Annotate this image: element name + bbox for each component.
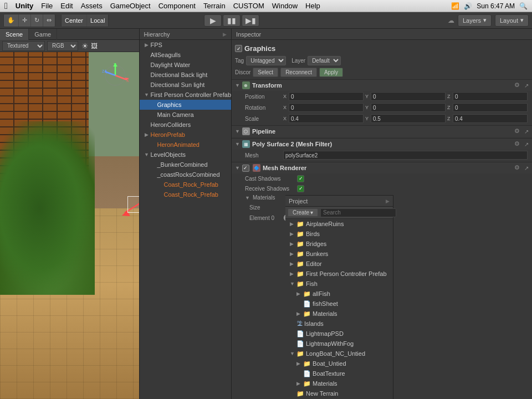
- cast-shadows-checkbox[interactable]: ✓: [297, 175, 304, 182]
- reconnect-button[interactable]: Reconnect: [280, 68, 317, 77]
- mesh-renderer-checkbox[interactable]: ✓: [242, 165, 249, 172]
- transform-header[interactable]: ▼ ⊕ Transform ⚙ ↗: [232, 80, 532, 91]
- pipeline-header[interactable]: ▼ ⬡ Pipeline ⚙ ↗: [232, 126, 532, 137]
- object-active-checkbox[interactable]: ✓: [235, 45, 242, 52]
- select-button[interactable]: Select: [253, 68, 278, 77]
- project-item-4[interactable]: ▶📁Editor: [285, 259, 393, 269]
- scale-x-input[interactable]: [289, 114, 364, 123]
- menu-terrain[interactable]: Terrain: [203, 2, 226, 10]
- search-icon[interactable]: 🔍: [519, 2, 528, 10]
- tag-layer-row: Tag Untagged Layer Default: [232, 55, 532, 66]
- hierarchy-item-6[interactable]: Graphics: [140, 100, 232, 110]
- hierarchy-item-11[interactable]: ▼LevelObjects: [140, 150, 232, 160]
- mesh-filter-gear-icon[interactable]: ⚙: [514, 140, 522, 148]
- project-search-input[interactable]: [320, 208, 396, 217]
- hierarchy-item-4[interactable]: Directional Sun light: [140, 80, 232, 90]
- play-button[interactable]: ▶: [204, 14, 222, 27]
- hand-tool[interactable]: ✋: [4, 14, 19, 27]
- rot-y-input[interactable]: [371, 103, 446, 112]
- menu-help[interactable]: Help: [305, 2, 320, 10]
- scene-view[interactable]: X Y Z: [0, 52, 139, 399]
- mesh-renderer-gear-icon[interactable]: ⚙: [514, 164, 522, 172]
- layer-select[interactable]: Default: [308, 56, 341, 65]
- project-item-9[interactable]: ▶📁Materials: [285, 309, 393, 319]
- forest-background: [0, 121, 95, 295]
- layers-dropdown[interactable]: Layers ▾: [458, 14, 492, 27]
- project-item-14[interactable]: ▶📁Boat_Untied: [285, 359, 393, 369]
- rot-z-input[interactable]: [453, 103, 528, 112]
- mesh-filter-header[interactable]: ▼ ▦ Poly Surface 2 (Mesh Filter) ⚙ ↗: [232, 139, 532, 150]
- hierarchy-list[interactable]: ▶FPS AllSeagulls Daylight Water Directio…: [140, 40, 232, 399]
- hierarchy-item-8[interactable]: HeronColliders: [140, 120, 232, 130]
- color-mode-select[interactable]: RGB Alpha: [47, 41, 78, 51]
- pos-x-input[interactable]: [289, 92, 364, 101]
- receive-shadows-checkbox[interactable]: ✓: [297, 185, 304, 192]
- tag-select[interactable]: Untagged: [246, 56, 286, 65]
- mesh-renderer-header[interactable]: ▼ ✓ 🔷 Mesh Renderer ⚙ ↗: [232, 162, 532, 173]
- menu-file[interactable]: File: [41, 2, 53, 10]
- layout-dropdown[interactable]: Layout ▾: [495, 14, 529, 27]
- project-item-1[interactable]: ▶📁Birds: [285, 229, 393, 239]
- project-item-5[interactable]: ▶📁First Person Controller Prefab: [285, 269, 393, 279]
- hierarchy-item-9[interactable]: ▶HeronPrefab: [140, 130, 232, 140]
- center-btn[interactable]: Center: [62, 14, 87, 27]
- project-item-13[interactable]: ▼📁LongBoat_NC_Untied: [285, 349, 393, 359]
- project-item-16[interactable]: ▶📁Materials: [285, 378, 393, 388]
- tab-game[interactable]: Game: [29, 29, 57, 40]
- scale-z-input[interactable]: [453, 114, 528, 123]
- hierarchy-item-5[interactable]: ▼First Person Controller Prefab: [140, 90, 232, 100]
- project-item-11[interactable]: 📄LightmapPSD: [285, 329, 393, 339]
- menu-gameobject[interactable]: GameObject: [110, 2, 151, 10]
- project-item-12[interactable]: 📄LightmapWithFog: [285, 339, 393, 349]
- hierarchy-item-15[interactable]: Coast_Rock_Prefab: [140, 190, 232, 200]
- scale-tool[interactable]: ⇔: [43, 14, 55, 27]
- hierarchy-item-10[interactable]: HeronAnimated: [140, 140, 232, 150]
- rot-x-input[interactable]: [289, 103, 364, 112]
- apple-menu[interactable]: : [4, 1, 8, 11]
- rotate-tool[interactable]: ↻: [31, 14, 43, 27]
- view-mode-select[interactable]: Textured Wireframe: [2, 41, 45, 51]
- hierarchy-item-2[interactable]: Daylight Water: [140, 60, 232, 70]
- project-item-0[interactable]: ▶📁AirplaneRuins: [285, 219, 393, 229]
- pos-z-input[interactable]: [453, 92, 528, 101]
- hierarchy-item-14[interactable]: Coast_Rock_Prefab: [140, 180, 232, 190]
- pos-y-input[interactable]: [371, 92, 446, 101]
- project-create-button[interactable]: Create ▾: [288, 208, 318, 217]
- hierarchy-item-12[interactable]: _BunkerCombined: [140, 160, 232, 170]
- step-button[interactable]: ▶▮: [242, 14, 259, 27]
- hierarchy-item-13[interactable]: _coastRocksCombined: [140, 170, 232, 180]
- hierarchy-item-1[interactable]: AllSeagulls: [140, 50, 232, 60]
- local-btn[interactable]: Local: [87, 14, 108, 27]
- menu-assets[interactable]: Assets: [81, 2, 103, 10]
- menu-unity[interactable]: Unity: [16, 2, 34, 10]
- apply-button[interactable]: Apply: [319, 68, 343, 77]
- hierarchy-item-3[interactable]: Directional Back light: [140, 70, 232, 80]
- project-item-10[interactable]: 🏝Islands: [285, 319, 393, 329]
- project-item-6[interactable]: ▼📁Fish: [285, 279, 393, 289]
- menu-component[interactable]: Component: [158, 2, 196, 10]
- project-item-3[interactable]: ▶📁Bunkers: [285, 249, 393, 259]
- hierarchy-item-7[interactable]: Main Camera: [140, 110, 232, 120]
- project-item-17[interactable]: 📁New Terrain: [285, 388, 393, 398]
- project-list[interactable]: ▶📁AirplaneRuins▶📁Birds▶📁Bridges▶📁Bunkers…: [285, 219, 393, 399]
- move-tool[interactable]: ✛: [19, 14, 31, 27]
- mesh-value-input[interactable]: [283, 151, 528, 160]
- tool-group: ✋ ✛ ↻ ⇔: [3, 14, 55, 27]
- inspector-object-header: ✓ Graphics: [232, 42, 532, 55]
- menu-window[interactable]: Window: [272, 2, 298, 10]
- cast-shadows-label: Cast Shadows: [245, 176, 295, 182]
- mesh-renderer-extra-icon: ↗: [524, 165, 529, 171]
- transform-icon: ⊕: [242, 81, 250, 89]
- project-item-8[interactable]: 📄fishSheet: [285, 299, 393, 309]
- project-item-7[interactable]: ▶📁allFish: [285, 289, 393, 299]
- pause-button[interactable]: ▮▮: [223, 14, 241, 27]
- pipeline-gear-icon[interactable]: ⚙: [514, 127, 522, 135]
- project-item-15[interactable]: 📄BoatTexture: [285, 369, 393, 378]
- menu-custom[interactable]: CUSTOM: [233, 2, 264, 10]
- scale-y-input[interactable]: [371, 114, 446, 123]
- project-item-2[interactable]: ▶📁Bridges: [285, 239, 393, 249]
- hierarchy-item-0[interactable]: ▶FPS: [140, 40, 232, 50]
- transform-gear-icon[interactable]: ⚙: [514, 81, 522, 89]
- tab-scene[interactable]: Scene: [0, 29, 29, 40]
- menu-edit[interactable]: Edit: [60, 2, 73, 10]
